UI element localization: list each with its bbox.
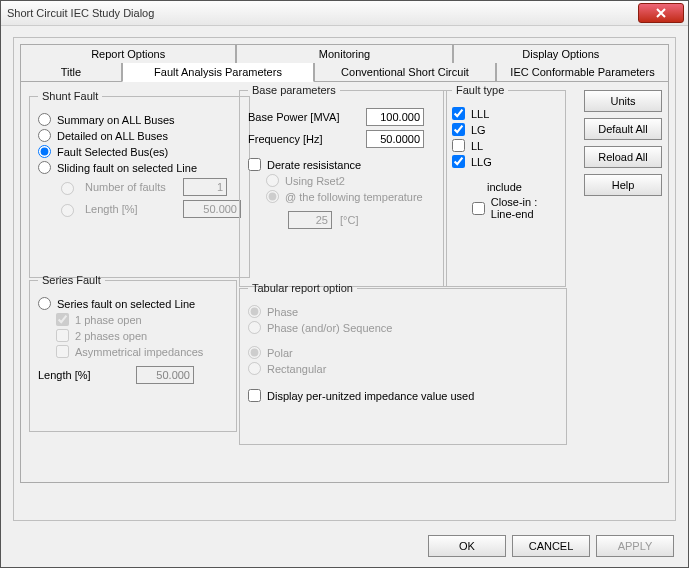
button-units[interactable]: Units bbox=[584, 90, 662, 112]
radio-rectangular: Rectangular bbox=[248, 362, 558, 375]
legend-fault-type: Fault type bbox=[452, 84, 508, 96]
tab-content: Shunt Fault Summary on ALL Buses Detaile… bbox=[20, 81, 669, 483]
radio-sliding-fault-line[interactable]: Sliding fault on selected Line bbox=[38, 161, 241, 174]
radio-following-temperature: @ the following temperature bbox=[266, 190, 438, 203]
button-column: Units Default All Reload All Help bbox=[584, 90, 662, 196]
group-shunt-fault: Shunt Fault Summary on ALL Buses Detaile… bbox=[29, 90, 250, 278]
button-help[interactable]: Help bbox=[584, 174, 662, 196]
check-llg[interactable]: LLG bbox=[452, 155, 557, 168]
tab-row-top: Report Options Monitoring Display Option… bbox=[20, 44, 669, 63]
row-frequency: Frequency [Hz] bbox=[248, 130, 438, 148]
tab-conventional-short-circuit[interactable]: Conventional Short Circuit bbox=[314, 63, 496, 82]
check-derate-resistance[interactable]: Derate resisistance bbox=[248, 158, 438, 171]
check-1-phase-open: 1 phase open bbox=[56, 313, 228, 326]
footer-buttons: OK CANCEL APPLY bbox=[428, 535, 674, 557]
window-title: Short Circuit IEC Study Dialog bbox=[7, 7, 154, 19]
tab-display-options[interactable]: Display Options bbox=[453, 44, 669, 63]
input-number-of-faults bbox=[183, 178, 227, 196]
row-base-power: Base Power [MVA] bbox=[248, 108, 438, 126]
radio-polar: Polar bbox=[248, 346, 558, 359]
legend-tabular-report: Tabular report option bbox=[248, 282, 357, 294]
legend-shunt-fault: Shunt Fault bbox=[38, 90, 102, 102]
radio-series-fault-line[interactable]: Series fault on selected Line bbox=[38, 297, 228, 310]
radio-phase: Phase bbox=[248, 305, 558, 318]
group-tabular-report: Tabular report option Phase Phase (and/o… bbox=[239, 282, 567, 445]
row-series-length: Length [%] bbox=[38, 366, 228, 384]
input-base-power[interactable] bbox=[366, 108, 424, 126]
tab-report-options[interactable]: Report Options bbox=[20, 44, 236, 63]
check-display-pu-impedance[interactable]: Display per-unitzed impedance value used bbox=[248, 389, 558, 402]
radio-fault-selected-buses[interactable]: Fault Selected Bus(es) bbox=[38, 145, 241, 158]
check-ll[interactable]: LL bbox=[452, 139, 557, 152]
group-fault-type: Fault type LLL LG LL LLG include Close-i… bbox=[443, 84, 566, 287]
tab-monitoring[interactable]: Monitoring bbox=[236, 44, 452, 63]
radio-number-of-faults bbox=[61, 182, 74, 195]
check-lg[interactable]: LG bbox=[452, 123, 557, 136]
check-include-closein-lineend[interactable]: Close-in : Line-end bbox=[452, 196, 557, 220]
legend-base-parameters: Base parameters bbox=[248, 84, 340, 96]
radio-summary-all-buses[interactable]: Summary on ALL Buses bbox=[38, 113, 241, 126]
dialog-window: Short Circuit IEC Study Dialog Report Op… bbox=[0, 0, 689, 568]
row-temperature: [°C] bbox=[288, 211, 438, 229]
tab-fault-analysis-parameters[interactable]: Fault Analysis Parameters bbox=[122, 63, 314, 82]
group-series-fault: Series Fault Series fault on selected Li… bbox=[29, 274, 237, 432]
radio-using-rset2: Using Rset2 bbox=[266, 174, 438, 187]
check-asym-impedances: Asymmetrical impedances bbox=[56, 345, 228, 358]
tab-iec-conformable-parameters[interactable]: IEC Conformable Parameters bbox=[496, 63, 669, 82]
titlebar: Short Circuit IEC Study Dialog bbox=[1, 1, 688, 26]
radio-phase-sequence: Phase (and/or) Sequence bbox=[248, 321, 558, 334]
input-frequency[interactable] bbox=[366, 130, 424, 148]
row-number-of-faults: Number of faults bbox=[56, 178, 241, 196]
row-shunt-length: Length [%] bbox=[56, 200, 241, 218]
radio-detailed-all-buses[interactable]: Detailed on ALL Buses bbox=[38, 129, 241, 142]
button-reload-all[interactable]: Reload All bbox=[584, 146, 662, 168]
button-ok[interactable]: OK bbox=[428, 535, 506, 557]
tab-title[interactable]: Title bbox=[20, 63, 122, 82]
button-cancel[interactable]: CANCEL bbox=[512, 535, 590, 557]
radio-shunt-length bbox=[61, 204, 74, 217]
tab-row-bottom: Title Fault Analysis Parameters Conventi… bbox=[20, 63, 669, 82]
group-base-parameters: Base parameters Base Power [MVA] Frequen… bbox=[239, 84, 447, 287]
input-shunt-length bbox=[183, 200, 241, 218]
legend-series-fault: Series Fault bbox=[38, 274, 105, 286]
check-2-phases-open: 2 phases open bbox=[56, 329, 228, 342]
input-series-length bbox=[136, 366, 194, 384]
input-temperature bbox=[288, 211, 332, 229]
close-button[interactable] bbox=[638, 3, 684, 23]
check-lll[interactable]: LLL bbox=[452, 107, 557, 120]
label-include: include bbox=[452, 181, 557, 193]
dialog-body: Report Options Monitoring Display Option… bbox=[13, 37, 676, 521]
button-default-all[interactable]: Default All bbox=[584, 118, 662, 140]
button-apply: APPLY bbox=[596, 535, 674, 557]
